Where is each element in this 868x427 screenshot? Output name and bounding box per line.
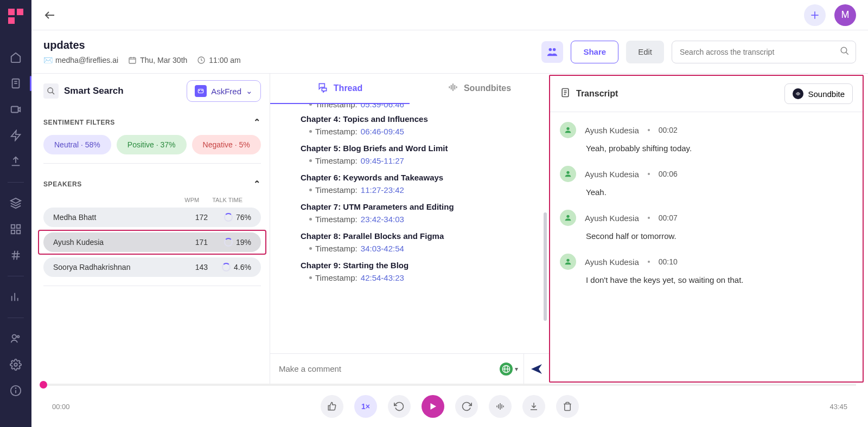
play-button[interactable]: [422, 395, 444, 418]
transcript-entry: Ayush Kudesia00:02 Yeah, probably shifti…: [560, 122, 853, 153]
timestamp[interactable]: 00:06: [659, 170, 678, 178]
app-logo: [6, 7, 25, 26]
clock-icon: [197, 56, 206, 64]
progress-circle-icon: [224, 213, 233, 222]
timestamp[interactable]: 00:07: [659, 214, 678, 222]
sentiment-neutral-chip[interactable]: Neutral · 58%: [43, 135, 111, 154]
soundbite-icon: [793, 88, 803, 99]
chapter-title: Chapter 7: UTM Parameters and Editing: [301, 202, 527, 211]
svg-point-20: [14, 363, 17, 366]
askfred-button[interactable]: AskFred ⌄: [187, 80, 261, 102]
smart-search-label: Smart Search: [64, 86, 124, 96]
chevron-up-icon: ⌃: [253, 179, 261, 189]
speakers-wpm-header: WPM: [184, 197, 199, 203]
sentiment-positive-chip[interactable]: Positive · 37%: [117, 135, 187, 154]
svg-line-14: [17, 251, 18, 260]
nav-home-icon[interactable]: [8, 50, 23, 65]
nav-settings-icon[interactable]: [8, 357, 23, 372]
transcript-title: Transcript: [576, 89, 618, 99]
svg-rect-3: [11, 107, 18, 113]
search-icon: [840, 46, 850, 58]
svg-point-34: [841, 47, 847, 53]
nav-grid-icon[interactable]: [8, 222, 23, 237]
delete-button[interactable]: [556, 395, 579, 418]
visibility-selector[interactable]: ▾: [494, 354, 524, 384]
add-button[interactable]: [804, 4, 826, 26]
soundbites-tab[interactable]: Soundbites: [410, 74, 549, 104]
nav-hash-icon[interactable]: [8, 248, 23, 263]
nav-team-icon[interactable]: [8, 331, 23, 346]
timestamp-link[interactable]: 42:54-43:23: [361, 273, 404, 282]
timestamp-link[interactable]: 06:46-09:45: [361, 127, 404, 136]
waveform-button[interactable]: [489, 395, 512, 418]
svg-point-38: [199, 90, 200, 91]
svg-line-35: [846, 52, 848, 55]
svg-point-57: [566, 127, 569, 130]
nav-notes-icon[interactable]: [8, 76, 23, 91]
time-total: 43:45: [829, 403, 847, 411]
speaker-avatar: [560, 210, 576, 226]
askfred-icon: [195, 85, 207, 97]
timestamp-link[interactable]: 34:03-42:54: [361, 244, 404, 253]
time-current: 00:00: [52, 403, 70, 411]
transcript-panel: Transcript Soundbite Ayush Kudesia00:02 …: [549, 75, 864, 383]
share-button[interactable]: Share: [571, 41, 618, 63]
svg-line-13: [14, 251, 15, 260]
svg-point-19: [17, 336, 20, 338]
edit-button[interactable]: Edit: [626, 41, 664, 63]
svg-rect-7: [11, 225, 15, 228]
progress-circle-icon: [222, 263, 231, 271]
timestamp-link[interactable]: 05:39-06:46: [361, 104, 404, 109]
timestamp-link[interactable]: 23:42-34:03: [361, 215, 404, 224]
transcript-icon: [560, 87, 571, 100]
page-title: updates: [43, 39, 241, 51]
smart-search-icon: [43, 83, 59, 99]
svg-point-36: [48, 88, 53, 93]
svg-point-18: [12, 335, 16, 339]
svg-marker-4: [18, 107, 21, 111]
calendar-icon: [128, 56, 137, 64]
nav-info-icon[interactable]: [8, 383, 23, 398]
download-button[interactable]: [522, 395, 545, 418]
nav-chart-icon[interactable]: [8, 289, 23, 305]
timestamp-link[interactable]: 11:27-23:42: [361, 185, 404, 195]
chevron-down-icon: ▾: [515, 365, 518, 373]
rewind-5s-button[interactable]: [388, 395, 411, 418]
speaker-row[interactable]: Soorya Radhakrishnan 143 4.6%: [43, 257, 261, 277]
timestamp-link[interactable]: 09:45-11:27: [361, 156, 404, 165]
nav-bolt-icon[interactable]: [8, 128, 23, 143]
timestamp[interactable]: 00:10: [659, 257, 678, 266]
thread-tab[interactable]: Thread: [270, 74, 410, 104]
speed-button[interactable]: 1×: [354, 395, 377, 418]
nav-upload-icon[interactable]: [8, 154, 23, 169]
back-button[interactable]: [43, 9, 56, 22]
forward-15s-button[interactable]: [455, 395, 478, 418]
nav-rail: [0, 0, 31, 427]
speaker-avatar: [560, 166, 576, 182]
transcript-search-input[interactable]: [672, 41, 856, 63]
scrollbar[interactable]: [544, 212, 547, 321]
nav-video-icon[interactable]: [8, 102, 23, 117]
soundbite-button[interactable]: Soundbite: [784, 83, 853, 104]
svg-point-60: [566, 259, 569, 262]
chapter-title: Chapter 9: Starting the Blog: [301, 261, 527, 270]
people-icon-button[interactable]: [541, 41, 563, 63]
sentiment-negative-chip[interactable]: Negative · 5%: [192, 135, 261, 154]
speakers-section-head[interactable]: SPEAKERS ⌃: [43, 179, 261, 189]
svg-line-37: [52, 92, 54, 94]
nav-layers-icon[interactable]: [8, 196, 23, 211]
svg-point-32: [549, 48, 552, 51]
comment-input[interactable]: [270, 354, 494, 384]
chevron-down-icon: ⌄: [246, 86, 253, 96]
svg-rect-27: [129, 57, 136, 63]
timestamp[interactable]: 00:02: [659, 126, 678, 134]
thumbs-up-button[interactable]: [321, 395, 343, 418]
send-button[interactable]: [524, 363, 549, 376]
chapter-title: Chapter 4: Topics and Influences: [301, 114, 527, 124]
mail-icon: ✉️: [43, 56, 52, 64]
speakers-talk-header: TALK TIME: [212, 197, 242, 203]
speaker-row[interactable]: Medha Bhatt 172 76%: [43, 208, 261, 227]
sentiment-section-head[interactable]: SENTIMENT FILTERS ⌃: [43, 117, 261, 127]
user-avatar[interactable]: M: [834, 4, 856, 26]
chapter-title: Chapter 5: Blog Briefs and Word Limit: [301, 144, 527, 153]
